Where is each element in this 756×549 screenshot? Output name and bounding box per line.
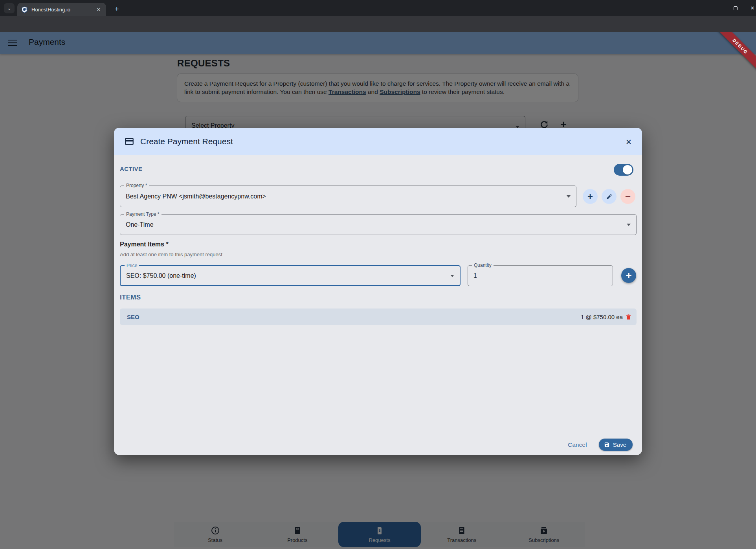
- tab-search-button[interactable]: ⌄: [4, 3, 15, 13]
- dropdown-arrow-icon: [627, 224, 631, 226]
- tab-close-icon[interactable]: ✕: [95, 6, 102, 13]
- items-heading: ITEMS: [120, 294, 141, 301]
- dropdown-arrow-icon: [450, 275, 454, 277]
- save-icon: [604, 442, 610, 448]
- property-value: Best Agency PNW <jsmith@bestagencypnw.co…: [126, 193, 266, 200]
- site-favicon-icon: [21, 6, 28, 13]
- payment-type-value: One-Time: [126, 221, 154, 228]
- browser-tab-strip: ⌄ HonestHosting.io ✕ + ✕: [0, 0, 756, 16]
- dropdown-arrow-icon: [567, 195, 571, 198]
- payment-card-icon: [124, 136, 134, 147]
- payment-items-heading: Payment Items *: [120, 241, 169, 248]
- quantity-input[interactable]: [468, 266, 613, 286]
- create-payment-request-dialog: Create Payment Request ✕ ACTIVE Property…: [114, 128, 642, 455]
- save-button-label: Save: [613, 441, 626, 448]
- cancel-button[interactable]: Cancel: [568, 441, 587, 448]
- dialog-title: Create Payment Request: [140, 137, 233, 146]
- window-maximize-button[interactable]: [727, 0, 745, 16]
- dialog-actions: Cancel Save: [568, 439, 633, 451]
- price-value: SEO: $750.00 (one-time): [126, 272, 196, 279]
- active-toggle[interactable]: [614, 164, 633, 176]
- payment-type-select[interactable]: Payment Type * One-Time: [120, 214, 637, 235]
- item-detail: 1 @ $750.00 ea: [581, 314, 623, 320]
- remove-property-button[interactable]: −: [620, 189, 635, 204]
- add-item-button[interactable]: +: [621, 268, 636, 283]
- delete-item-icon[interactable]: [625, 313, 632, 321]
- item-row: SEO 1 @ $750.00 ea: [120, 308, 637, 325]
- save-button[interactable]: Save: [599, 439, 633, 451]
- add-property-button[interactable]: +: [583, 189, 598, 204]
- pencil-icon: [606, 193, 613, 200]
- item-name: SEO: [127, 314, 581, 320]
- dialog-header: Create Payment Request ✕: [114, 128, 642, 155]
- app-viewport: Payments REQUESTS Create a Payment Reque…: [0, 32, 756, 549]
- browser-tab[interactable]: HonestHosting.io ✕: [17, 3, 106, 16]
- tab-title: HonestHosting.io: [31, 7, 92, 13]
- toggle-knob: [623, 165, 632, 174]
- close-dialog-icon[interactable]: ✕: [624, 137, 633, 147]
- property-select[interactable]: Property * Best Agency PNW <jsmith@besta…: [120, 185, 576, 207]
- browser-toolbar: ← → ⟳ https://app.honesthosting.io/payme…: [0, 16, 756, 32]
- new-tab-button[interactable]: +: [111, 4, 122, 15]
- payment-items-hint: Add at least one item to this payment re…: [120, 252, 222, 257]
- edit-property-button[interactable]: [602, 189, 617, 204]
- window-minimize-button[interactable]: [709, 0, 727, 16]
- active-label: ACTIVE: [120, 165, 142, 172]
- quantity-field: Quantity: [468, 265, 613, 286]
- window-close-button[interactable]: ✕: [743, 0, 756, 16]
- price-select[interactable]: Price SEO: $750.00 (one-time): [120, 265, 461, 286]
